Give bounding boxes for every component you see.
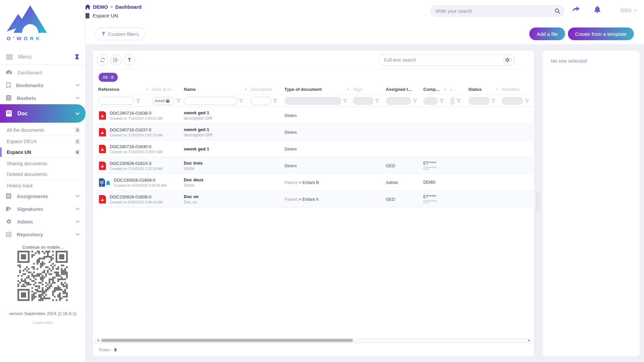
sort-arrow-icon[interactable]: ▸ — [147, 87, 149, 91]
custom-filters-button[interactable]: Custom filters — [95, 27, 145, 40]
funnel-icon[interactable] — [273, 99, 277, 103]
sidebar-subitem-espace-un[interactable]: Espace UN6 — [0, 147, 86, 158]
filter-input-3[interactable] — [251, 97, 271, 105]
filter-input-0[interactable] — [98, 97, 135, 105]
sidebar-item-doc[interactable]: Doc — [0, 104, 86, 123]
column-header-tags[interactable]: Tags — [353, 84, 382, 94]
table-row[interactable]: DOC240716-01637-0 Created on 7/16/2024 2… — [96, 124, 533, 140]
funnel-icon[interactable] — [176, 99, 180, 103]
pdf-file-icon — [99, 111, 106, 120]
add-file-button[interactable]: Add a file — [529, 27, 565, 40]
share-icon[interactable] — [572, 6, 580, 13]
home-icon[interactable] — [85, 4, 91, 9]
reference-cell: DOC240716-01630-0 Created on 7/16/2024 2… — [110, 140, 180, 157]
repository-list-icon — [6, 232, 11, 237]
chevron-down-icon — [75, 112, 79, 115]
sidebar-item-assignments[interactable]: Assignments — [0, 190, 86, 202]
filters-button[interactable] — [124, 54, 135, 66]
funnel-icon[interactable] — [440, 99, 444, 103]
breadcrumb-root[interactable]: DEMO — [93, 4, 108, 10]
filter-input-2[interactable] — [184, 97, 237, 105]
detail-panel: No row selected — [542, 50, 640, 357]
date-filter-input[interactable]: mm/d — [152, 97, 175, 105]
file-type-icon: w — [99, 174, 112, 191]
pdf-file-icon — [99, 128, 106, 136]
column-header-status[interactable]: Status — [468, 84, 498, 94]
columns-button[interactable] — [110, 54, 122, 66]
all-count-badge[interactable]: All : 6 — [99, 73, 118, 82]
funnel-icon[interactable] — [136, 99, 140, 103]
page-subtitle: Espace UN — [93, 13, 118, 18]
sort-arrow-icon[interactable]: ▸ — [496, 87, 498, 91]
breadcrumb-page[interactable]: Dashboard — [115, 4, 142, 10]
table-row[interactable]: DOC230926-01608-0 Created on 9/26/2023 3… — [96, 191, 533, 207]
column-header-assigned-t-[interactable]: Assigned t... — [386, 84, 419, 94]
filter-cell — [450, 95, 465, 107]
assigned-cell: Admin — [386, 174, 419, 191]
bell-icon[interactable] — [594, 6, 601, 13]
column-header-date-of-cr-[interactable]: Date of cr... — [152, 84, 180, 94]
sidebar-subitem-all-the-documents[interactable]: All the documents8 — [0, 125, 86, 135]
funnel-icon[interactable] — [457, 99, 461, 103]
sidebar-item-label: Dashboard — [17, 70, 42, 75]
column-header-description[interactable]: Description — [251, 84, 280, 94]
no-row-selected-text: No row selected — [551, 58, 632, 64]
sort-arrow-icon[interactable]: ▸ — [347, 87, 350, 91]
column-header-workflow[interactable]: Workflow — [502, 84, 532, 94]
sidebar-item-bookmarks[interactable]: Bookmarks — [0, 79, 86, 92]
funnel-icon[interactable] — [375, 99, 379, 103]
sort-arrow-icon[interactable]: ▸ — [245, 87, 247, 91]
sidebar-subitem-sharing-documents[interactable]: Sharing documents — [0, 158, 86, 169]
assigned-cell — [386, 140, 419, 157]
funnel-icon[interactable] — [525, 99, 529, 103]
funnel-icon[interactable] — [413, 99, 417, 103]
count-badge: 8 — [75, 127, 80, 133]
mobile-hint: Continue on mobile... — [0, 245, 86, 250]
funnel-icon[interactable] — [239, 99, 243, 103]
table-row[interactable]: DOC240716-01630-0 Created on 7/16/2024 2… — [96, 140, 533, 157]
scrollbar-thumb[interactable] — [101, 339, 353, 342]
name-cell: owork ged 1 — [184, 140, 279, 157]
company-cell: ET***** CE***** — [423, 191, 464, 207]
table-row[interactable]: DOC230926-01610-3 Created on 7/16/2024 2… — [96, 157, 533, 174]
funnel-icon[interactable] — [491, 99, 495, 103]
filter-cell — [386, 95, 420, 107]
filter-cell — [184, 95, 247, 107]
column-header-type-of-document[interactable]: Type of document — [284, 84, 349, 94]
refresh-button[interactable] — [97, 54, 108, 66]
sidebar-subitem-deleted-documents[interactable]: Deleted documents — [0, 169, 86, 180]
sidebar-item-admin[interactable]: Admin — [0, 215, 86, 228]
table-settings-button[interactable] — [503, 54, 515, 66]
horizontal-scrollbar[interactable]: ◄ ► — [96, 338, 531, 343]
column-header-reference[interactable]: Reference — [98, 84, 147, 94]
pdf-file-icon — [99, 162, 106, 170]
panel-resize-handle[interactable] — [536, 192, 540, 213]
sidebar-item-repository[interactable]: Repository — [0, 228, 86, 241]
sidebar-item-baskets[interactable]: Baskets — [0, 92, 86, 104]
table-row[interactable]: w DOC230926-01609-0 Created on 9/26/2023… — [96, 174, 533, 191]
type-cell: Divers — [284, 107, 349, 124]
filter-cell — [502, 95, 533, 107]
create-from-template-button[interactable]: Create from a template — [568, 27, 634, 40]
legal-notice-link[interactable]: Legal notice — [0, 320, 86, 324]
scroll-right-arrow[interactable]: ► — [527, 339, 531, 342]
global-search — [430, 5, 565, 17]
scroll-left-arrow[interactable]: ◄ — [96, 339, 100, 342]
user-menu[interactable]: GED — [621, 7, 637, 13]
sidebar-item-signatures[interactable]: Signatures — [0, 202, 86, 215]
column-header-comp-[interactable]: Comp... — [423, 84, 446, 94]
sort-arrow-icon[interactable]: ▸ — [445, 87, 447, 91]
table-row[interactable]: DOC240716-01638-0 Created on 7/16/2024 2… — [96, 107, 533, 124]
pin-icon[interactable] — [74, 54, 79, 60]
doc-book-icon — [6, 110, 12, 117]
column-header-name[interactable]: Name — [184, 84, 247, 94]
global-search-input[interactable] — [431, 8, 555, 14]
funnel-icon[interactable] — [343, 99, 347, 103]
hamburger-icon[interactable] — [6, 54, 13, 60]
sidebar-subitem-espace-deux[interactable]: Espace DEUX2 — [0, 136, 86, 147]
column-header-i-[interactable]: I... — [450, 84, 464, 94]
assigned-cell — [386, 107, 419, 124]
fulltext-search-input[interactable] — [379, 57, 512, 63]
search-icon[interactable] — [555, 8, 564, 14]
sidebar-item-dashboard[interactable]: Dashboard — [0, 66, 86, 79]
